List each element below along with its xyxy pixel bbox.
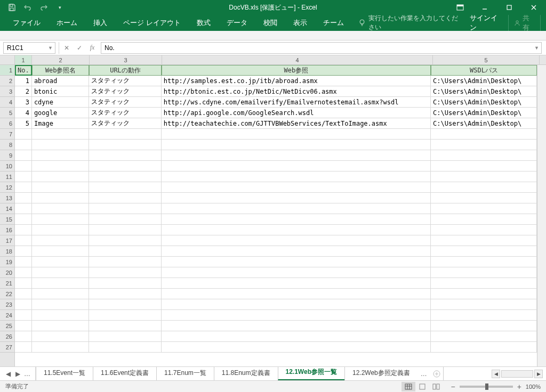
row-header[interactable]: 15 [0, 214, 14, 225]
cell[interactable]: No. [15, 65, 32, 76]
cell[interactable] [89, 235, 161, 246]
row-header[interactable]: 10 [0, 161, 14, 172]
cell[interactable] [32, 257, 89, 267]
sheet-tab[interactable]: 12.2Web参照定義書 [344, 367, 417, 380]
cell[interactable]: 3 [15, 97, 32, 108]
cell[interactable]: スタティック [89, 118, 161, 129]
cell[interactable] [162, 310, 431, 321]
cells-area[interactable]: No. Web参照名 URLの動作 Web参照 WSDLパス 1abroadスタ… [15, 65, 537, 366]
row-header[interactable]: 25 [0, 321, 14, 331]
row-header[interactable]: 11 [0, 172, 14, 182]
row-header[interactable]: 14 [0, 203, 14, 214]
cell[interactable] [15, 342, 32, 353]
row-header[interactable]: 4 [0, 97, 14, 108]
redo-button[interactable] [37, 1, 50, 14]
row-header[interactable]: 9 [0, 150, 14, 161]
cell[interactable] [162, 321, 431, 331]
cell[interactable] [89, 150, 161, 161]
tab-formulas[interactable]: 数式 [189, 15, 218, 31]
cell[interactable] [89, 331, 161, 342]
zoom-in-button[interactable]: + [517, 382, 521, 391]
cell[interactable] [89, 140, 161, 150]
row-header[interactable]: 24 [0, 310, 14, 321]
column-header[interactable]: 5 [433, 55, 540, 64]
cell[interactable] [32, 172, 89, 182]
cell[interactable] [32, 203, 89, 214]
cell[interactable] [15, 331, 32, 342]
cell[interactable] [89, 257, 161, 267]
cell[interactable] [32, 214, 89, 225]
cell[interactable] [15, 257, 32, 267]
add-sheet-button[interactable] [430, 367, 443, 380]
row-header[interactable]: 22 [0, 289, 14, 299]
formula-input[interactable]: No. ▼ [101, 42, 542, 54]
insert-function-button[interactable]: fx [86, 42, 99, 54]
cell[interactable] [89, 214, 161, 225]
sheet-nav-prev[interactable]: ◀ [4, 370, 12, 378]
row-header[interactable]: 8 [0, 140, 14, 150]
select-all-corner[interactable] [0, 55, 15, 65]
row-header[interactable]: 17 [0, 235, 14, 246]
cell[interactable] [89, 203, 161, 214]
cell[interactable] [162, 225, 431, 235]
row-header[interactable]: 21 [0, 278, 14, 289]
cell[interactable] [431, 299, 537, 310]
cell[interactable] [89, 310, 161, 321]
row-header[interactable]: 23 [0, 299, 14, 310]
cell[interactable] [32, 299, 89, 310]
sheet-tab[interactable]: 11.5Event一覧 [36, 367, 93, 380]
cell[interactable] [32, 225, 89, 235]
cell[interactable]: スタティック [89, 97, 161, 108]
cell[interactable] [32, 129, 89, 140]
cell[interactable] [32, 182, 89, 193]
sheet-tab[interactable]: 12.1Web参照一覧 [278, 367, 345, 380]
cell[interactable]: 2 [15, 86, 32, 97]
cell[interactable]: 1 [15, 76, 32, 86]
sheet-tab[interactable]: 11.6Event定義書 [93, 367, 157, 380]
cell[interactable]: google [32, 108, 89, 118]
cell[interactable]: http://samples.est.co.jp/itb/abroad.asmx [162, 76, 431, 86]
cell[interactable] [89, 278, 161, 289]
cell[interactable] [162, 235, 431, 246]
page-break-view-button[interactable] [429, 382, 443, 391]
cell[interactable] [32, 310, 89, 321]
sheet-tabs-more[interactable]: … [417, 368, 430, 380]
cell[interactable] [89, 342, 161, 353]
close-button[interactable] [521, 0, 546, 15]
undo-button[interactable] [21, 1, 34, 14]
cell[interactable] [162, 246, 431, 257]
cell[interactable] [162, 331, 431, 342]
cell[interactable] [15, 182, 32, 193]
cancel-formula-button[interactable]: ✕ [60, 42, 73, 54]
cell[interactable]: C:\Users\Admin\Desktop\ [431, 97, 537, 108]
cell[interactable] [15, 225, 32, 235]
cell[interactable]: C:\Users\Admin\Desktop\ [431, 86, 537, 97]
cell[interactable]: C:\Users\Admin\Desktop\ [431, 76, 537, 86]
cell[interactable] [32, 150, 89, 161]
cell[interactable] [431, 225, 537, 235]
row-header[interactable]: 7 [0, 129, 14, 140]
tell-me-search[interactable]: 実行したい作業を入力してください [352, 14, 462, 32]
sheet-tab[interactable]: 11.8Enum定義書 [214, 367, 278, 380]
cell[interactable] [15, 140, 32, 150]
column-header[interactable]: 1 [15, 55, 32, 64]
column-header[interactable]: 2 [32, 55, 90, 64]
cell[interactable] [162, 289, 431, 299]
normal-view-button[interactable] [402, 382, 415, 391]
cell[interactable] [431, 257, 537, 267]
cell[interactable] [162, 278, 431, 289]
cell[interactable] [162, 299, 431, 310]
cell[interactable] [15, 310, 32, 321]
cell[interactable] [431, 161, 537, 172]
tab-view[interactable]: 表示 [286, 15, 315, 31]
cell[interactable]: http://btonic.est.co.jp/NetDic/NetDicv06… [162, 86, 431, 97]
row-header[interactable]: 20 [0, 267, 14, 278]
cell[interactable] [89, 182, 161, 193]
cell[interactable] [15, 299, 32, 310]
cell[interactable] [162, 257, 431, 267]
cell[interactable]: 5 [15, 118, 32, 129]
cell[interactable] [32, 140, 89, 150]
column-header[interactable]: 3 [90, 55, 162, 64]
cell[interactable] [431, 267, 537, 278]
sheet-nav-more[interactable]: … [23, 370, 31, 378]
